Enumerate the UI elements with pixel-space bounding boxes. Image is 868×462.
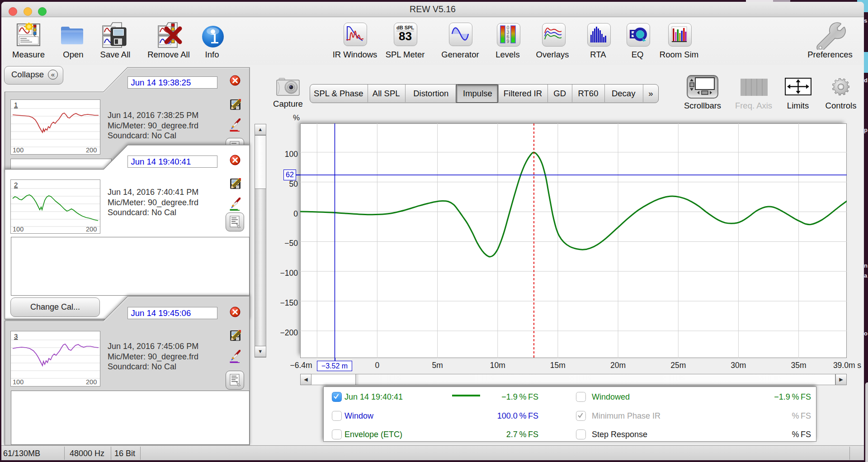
svg-text:9: 9 — [507, 39, 509, 44]
svg-text:200: 200 — [86, 378, 97, 386]
svg-text:3: 3 — [14, 332, 18, 340]
svg-text:100: 100 — [13, 378, 24, 386]
